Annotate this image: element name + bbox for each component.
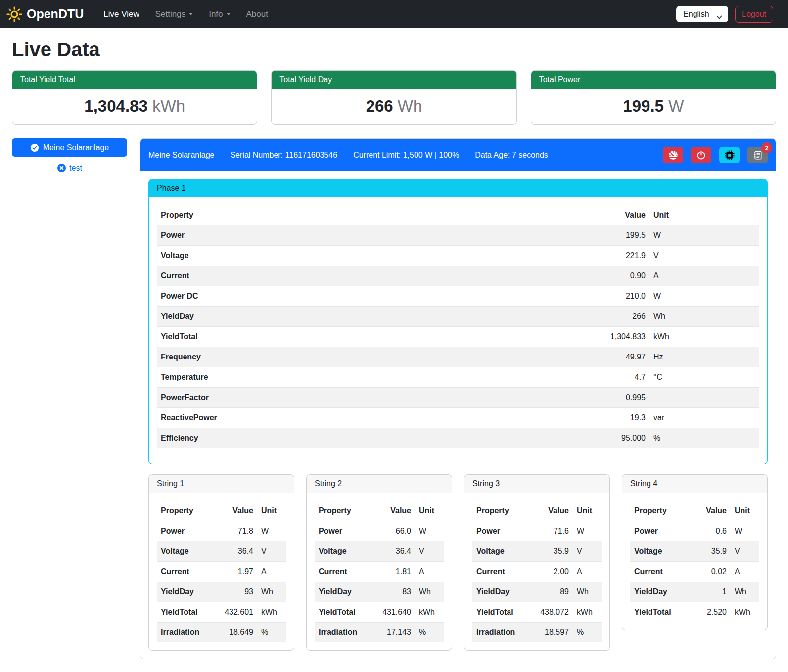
- inverter-select-button[interactable]: Meine Solaranlage: [12, 138, 127, 157]
- property-cell: YieldTotal: [157, 602, 214, 623]
- check-circle-icon: [30, 143, 39, 152]
- string-card-body: Property Value Unit Power71.8WVoltage36.…: [149, 493, 294, 642]
- property-cell: YieldTotal: [315, 602, 371, 623]
- unit-cell: kWh: [649, 327, 759, 347]
- inverter-name: Meine Solaranlage: [148, 151, 214, 160]
- table-body: Power66.0WVoltage36.4VCurrent1.81AYieldD…: [315, 521, 444, 643]
- stat-card-body: 266 Wh: [272, 89, 516, 124]
- navbar-right: English Logout: [676, 6, 773, 23]
- string-3-card: String 3 Property Value Unit: [464, 474, 610, 651]
- phase-data-table: Property Value Unit Power199.5WVoltage22…: [157, 205, 759, 448]
- value-cell: 17.143: [371, 623, 415, 643]
- unit-cell: W: [649, 225, 759, 246]
- table-header-row: Property Value Unit: [472, 501, 602, 521]
- value-cell: 266: [590, 307, 649, 327]
- nav-item-live-view[interactable]: Live View: [95, 5, 147, 23]
- inverter-card-header: Meine Solaranlage Serial Number: 1161716…: [140, 139, 776, 171]
- string-1-card: String 1 Property Value Unit: [148, 474, 294, 651]
- table-row: Voltage36.4V: [315, 541, 444, 562]
- unit-cell: A: [731, 562, 759, 582]
- table-row: Frequency49.97Hz: [157, 347, 759, 367]
- column-header-value: Value: [529, 501, 573, 521]
- inverter-card: Meine Solaranlage Serial Number: 1161716…: [140, 138, 776, 659]
- property-cell: YieldDay: [630, 582, 687, 602]
- value-cell: 18.597: [529, 623, 573, 643]
- nav-links: Live View Settings Info About: [95, 5, 276, 23]
- property-cell: Voltage: [157, 541, 214, 562]
- value-cell: 66.0: [371, 521, 415, 541]
- property-cell: Power: [157, 225, 590, 246]
- property-cell: Irradiation: [472, 623, 529, 643]
- column-header-property: Property: [472, 501, 529, 521]
- table-row: Irradiation17.143%: [315, 623, 444, 643]
- inverter-data-age: Data Age: 7 seconds: [475, 151, 548, 160]
- table-row: Current1.97A: [157, 562, 286, 582]
- property-cell: YieldDay: [472, 582, 529, 602]
- table-row: Power DC210.0W: [157, 286, 759, 307]
- string-card-body: Property Value Unit Power71.6WVoltage35.…: [464, 493, 609, 642]
- value-cell: 35.9: [529, 541, 573, 562]
- app-brand[interactable]: OpenDTU: [6, 6, 84, 22]
- table-row: YieldTotal1,304.833kWh: [157, 327, 759, 347]
- column-header-unit: Unit: [573, 501, 602, 521]
- table-header: Property Value Unit: [157, 205, 759, 225]
- language-select[interactable]: English: [676, 6, 728, 22]
- table-header-row: Property Value Unit: [157, 501, 286, 521]
- table-row: Voltage35.9V: [472, 541, 602, 562]
- value-cell: 0.02: [687, 562, 731, 582]
- phase-1-card: Phase 1 Property Value Unit Power199.5WV…: [148, 179, 768, 464]
- unit-cell: A: [649, 266, 759, 286]
- main-row: Meine Solaranlage test Meine Solaranlage…: [12, 138, 776, 665]
- limit-settings-button[interactable]: [663, 147, 683, 163]
- nav-item-info[interactable]: Info: [201, 5, 238, 23]
- unit-cell: Wh: [257, 582, 286, 602]
- value-cell: 431.640: [371, 602, 415, 623]
- unit-cell: W: [649, 286, 759, 307]
- x-circle-icon[interactable]: [57, 163, 66, 173]
- string-1-data-table: Property Value Unit Power71.8WVoltage36.…: [157, 501, 286, 642]
- table-row: Current2.00A: [472, 562, 602, 582]
- table-body: Power71.8WVoltage36.4VCurrent1.97AYieldD…: [157, 521, 286, 643]
- value-cell: 89: [529, 582, 573, 602]
- unit-cell: W: [731, 521, 759, 541]
- logout-button[interactable]: Logout: [735, 6, 773, 23]
- brand-name: OpenDTU: [27, 7, 84, 21]
- value-cell: 71.6: [529, 521, 573, 541]
- value-cell: 71.8: [214, 521, 257, 541]
- event-log-button[interactable]: 2: [747, 147, 768, 163]
- inverter-current-limit: Current Limit: 1,500 W | 100%: [353, 151, 459, 160]
- inverter-card-body: Phase 1 Property Value Unit Power199.5WV…: [140, 171, 776, 659]
- value-cell: 438.072: [529, 602, 573, 623]
- column-header-unit: Unit: [731, 501, 759, 521]
- stat-unit: Wh: [398, 97, 422, 115]
- power-icon: [696, 150, 706, 160]
- unit-cell: Wh: [731, 582, 759, 602]
- stat-card-total-power: Total Power 199.5 W: [531, 70, 776, 125]
- power-toggle-button[interactable]: [691, 147, 711, 163]
- unit-cell: [649, 388, 759, 408]
- page-title: Live Data: [12, 39, 776, 61]
- value-cell: 95.000: [590, 428, 649, 448]
- nav-item-about[interactable]: About: [238, 5, 276, 23]
- device-info-button[interactable]: [719, 147, 740, 163]
- phase-card-title: Phase 1: [149, 179, 767, 197]
- value-cell: 0.90: [590, 266, 649, 286]
- stat-card-body: 199.5 W: [531, 89, 776, 124]
- property-cell: YieldDay: [157, 307, 590, 327]
- unit-cell: var: [649, 408, 759, 428]
- inverter-serial: Serial Number: 116171603546: [230, 151, 337, 160]
- table-row: YieldTotal432.601kWh: [157, 602, 286, 623]
- string-3-data-table: Property Value Unit Power71.6WVoltage35.…: [472, 501, 602, 642]
- nav-item-label: Info: [209, 9, 223, 19]
- unit-cell: °C: [649, 367, 759, 388]
- unit-cell: %: [649, 428, 759, 448]
- unit-cell: V: [257, 541, 286, 562]
- table-header: Property Value Unit: [315, 501, 444, 521]
- table-row: YieldDay93Wh: [157, 582, 286, 602]
- inverter-select-label: Meine Solaranlage: [43, 143, 109, 152]
- chevron-down-icon: [189, 13, 193, 15]
- test-link[interactable]: test: [69, 164, 82, 173]
- nav-item-settings[interactable]: Settings: [147, 5, 201, 23]
- nav-item-label: About: [246, 9, 268, 19]
- property-cell: Voltage: [315, 541, 371, 562]
